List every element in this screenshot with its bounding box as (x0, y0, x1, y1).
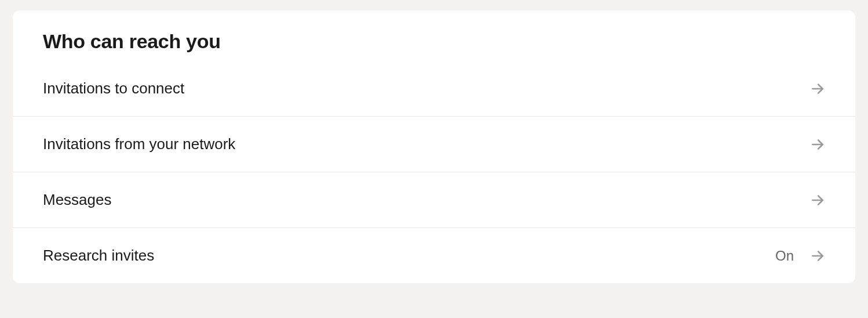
arrow-right-icon (810, 137, 825, 152)
row-label: Research invites (43, 247, 154, 265)
section-title: Who can reach you (43, 30, 825, 53)
settings-card: Who can reach you Invitations to connect… (13, 10, 855, 283)
arrow-right-icon (810, 248, 825, 263)
row-right (794, 81, 825, 96)
settings-rows: Invitations to connect Invitations from … (13, 69, 855, 283)
row-label: Invitations to connect (43, 80, 184, 97)
card-header: Who can reach you (13, 10, 855, 69)
row-right (794, 193, 825, 208)
row-label: Messages (43, 191, 112, 209)
row-invitations-to-connect[interactable]: Invitations to connect (13, 69, 855, 117)
arrow-right-icon (810, 193, 825, 208)
row-label: Invitations from your network (43, 135, 235, 153)
row-right (794, 137, 825, 152)
row-research-invites[interactable]: Research invites On (13, 228, 855, 283)
row-messages[interactable]: Messages (13, 172, 855, 228)
arrow-right-icon (810, 81, 825, 96)
row-invitations-from-network[interactable]: Invitations from your network (13, 117, 855, 172)
row-right: On (775, 248, 825, 264)
row-value: On (775, 248, 794, 264)
